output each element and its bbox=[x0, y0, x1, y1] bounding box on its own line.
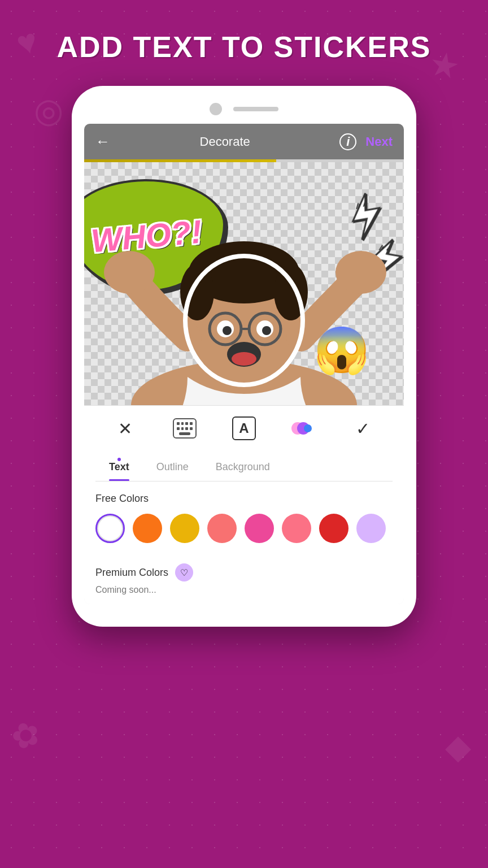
premium-header: Premium Colors ♡ bbox=[95, 563, 393, 581]
phone-mockup: ← Decorate i Next WHO?! bbox=[0, 86, 488, 627]
swatch-pink[interactable] bbox=[245, 514, 274, 543]
close-button[interactable]: ✕ bbox=[113, 416, 138, 441]
swatch-yellow[interactable] bbox=[170, 514, 199, 543]
app-screen: ← Decorate i Next WHO?! bbox=[84, 124, 404, 604]
next-button[interactable]: Next bbox=[365, 134, 393, 149]
premium-badge[interactable]: ♡ bbox=[175, 563, 193, 581]
swatch-orange[interactable] bbox=[133, 514, 162, 543]
color-picker-button[interactable] bbox=[291, 416, 316, 441]
phone-camera bbox=[210, 103, 222, 115]
canvas-area[interactable]: WHO?! bbox=[84, 162, 404, 405]
tab-row: Text Outline Background bbox=[95, 451, 393, 481]
font-icon: A bbox=[232, 416, 256, 440]
svg-point-22 bbox=[336, 251, 386, 294]
tabs-section: Text Outline Background bbox=[84, 451, 404, 481]
swatch-salmon[interactable] bbox=[207, 514, 237, 543]
coming-soon-text: Coming soon... bbox=[95, 585, 393, 595]
tab-active-dot bbox=[117, 458, 121, 461]
swatch-red[interactable] bbox=[319, 514, 348, 543]
tab-outline[interactable]: Outline bbox=[143, 451, 202, 481]
page-title: ADD TEXT TO STICKERS bbox=[17, 31, 471, 63]
color-dot-blue bbox=[304, 424, 312, 432]
nav-right: i Next bbox=[339, 133, 393, 150]
svg-point-18 bbox=[262, 326, 271, 335]
premium-colors-section: Premium Colors ♡ Coming soon... bbox=[84, 554, 404, 604]
info-button[interactable]: i bbox=[339, 133, 356, 150]
swatch-rose[interactable] bbox=[282, 514, 311, 543]
phone-body: ← Decorate i Next WHO?! bbox=[72, 86, 416, 627]
bg-deco-flower: ✿ bbox=[6, 712, 46, 759]
tab-background[interactable]: Background bbox=[202, 451, 284, 481]
font-button[interactable]: A bbox=[232, 416, 256, 441]
swatch-lavender[interactable] bbox=[356, 514, 386, 543]
emoji-sticker[interactable]: 😱 bbox=[313, 324, 370, 377]
confirm-button[interactable]: ✓ bbox=[350, 416, 375, 441]
bg-deco-diamond: ◆ bbox=[445, 727, 471, 766]
color-swatches bbox=[95, 514, 393, 543]
header: ADD TEXT TO STICKERS bbox=[0, 0, 488, 80]
svg-point-20 bbox=[232, 352, 256, 366]
swatch-white[interactable] bbox=[95, 514, 125, 543]
premium-label: Premium Colors bbox=[95, 567, 168, 579]
phone-speaker bbox=[233, 107, 278, 111]
free-colors-section: Free Colors bbox=[84, 481, 404, 554]
keyboard-button[interactable] bbox=[172, 416, 197, 441]
nav-title: Decorate bbox=[200, 134, 250, 149]
toolbar: ✕ A bbox=[84, 405, 404, 451]
free-colors-label: Free Colors bbox=[95, 493, 393, 505]
nav-bar: ← Decorate i Next bbox=[84, 124, 404, 159]
phone-notch bbox=[84, 103, 404, 115]
svg-point-17 bbox=[223, 326, 232, 335]
tab-text[interactable]: Text bbox=[95, 451, 143, 481]
color-bubble-icon bbox=[291, 420, 315, 437]
svg-point-21 bbox=[104, 251, 155, 294]
keyboard-icon bbox=[173, 418, 197, 439]
back-button[interactable]: ← bbox=[95, 133, 110, 150]
